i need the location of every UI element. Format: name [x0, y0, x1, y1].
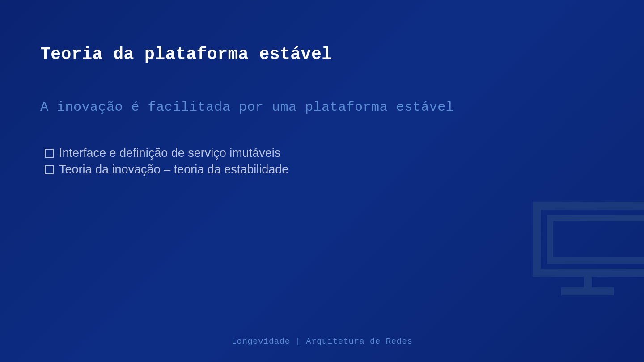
bullet-text: Interface e definição de serviço imutáve… [59, 146, 280, 160]
checkbox-icon [45, 149, 54, 158]
svg-rect-1 [550, 218, 644, 261]
bullet-item: Teoria da inovação – teoria da estabilid… [45, 163, 604, 177]
svg-rect-3 [561, 287, 614, 295]
slide-title: Teoria da plataforma estável [40, 45, 604, 64]
slide-footer: Longevidade | Arquitetura de Redes [0, 337, 644, 346]
slide-container: Teoria da plataforma estável A inovação … [0, 0, 644, 362]
bullet-list: Interface e definição de serviço imutáve… [40, 146, 604, 177]
slide-subtitle: A inovação é facilitada por uma platafor… [40, 100, 604, 115]
svg-rect-2 [584, 276, 592, 287]
monitor-icon [528, 201, 644, 304]
bullet-item: Interface e definição de serviço imutáve… [45, 146, 604, 160]
bullet-text: Teoria da inovação – teoria da estabilid… [59, 163, 288, 177]
checkbox-icon [45, 165, 54, 174]
